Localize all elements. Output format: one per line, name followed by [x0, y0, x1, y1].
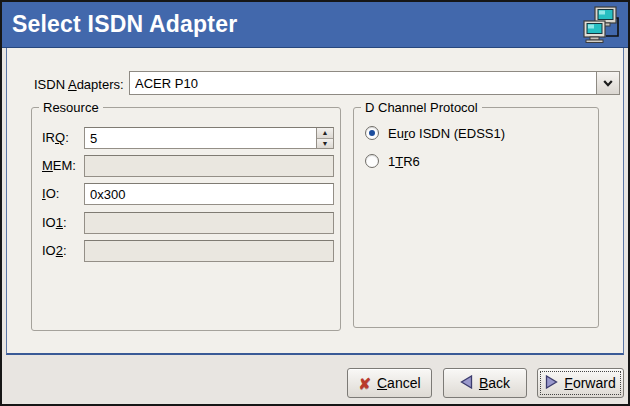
- d-channel-protocol-title: D Channel Protocol: [361, 100, 482, 115]
- back-button[interactable]: Back: [443, 368, 527, 398]
- irq-spinbutton[interactable]: ▲ ▼: [84, 127, 334, 149]
- irq-input[interactable]: [85, 128, 316, 148]
- back-button-label: Back: [479, 375, 510, 391]
- resource-group: Resource IRQ: ▲ ▼ MEM: IO:: [31, 107, 341, 331]
- forward-button[interactable]: Forward: [537, 368, 624, 398]
- io1-row: IO1:: [32, 212, 340, 234]
- radio-euro-isdn[interactable]: Euro ISDN (EDSS1): [365, 125, 505, 141]
- io1-entry: [84, 212, 334, 234]
- forward-button-label: Forward: [564, 375, 615, 391]
- radio-1tr6-label: 1TR6: [388, 154, 420, 169]
- cancel-button-label: Cancel: [377, 375, 421, 391]
- isdn-adapter-combobox-value[interactable]: [130, 72, 596, 94]
- chevron-down-icon[interactable]: [596, 72, 619, 94]
- io2-label: IO2:: [42, 243, 67, 258]
- cancel-x-icon: ✘: [358, 376, 371, 391]
- irq-spinner: ▲ ▼: [316, 128, 333, 148]
- io1-label: IO1:: [42, 215, 67, 230]
- dialog-content: ISDN Adapters: Resource IRQ: ▲ ▼: [6, 48, 624, 355]
- io-row: IO:: [32, 183, 340, 205]
- io-label: IO:: [42, 186, 59, 201]
- radio-euro-isdn-label: Euro ISDN (EDSS1): [388, 126, 505, 141]
- mem-entry: [84, 155, 334, 177]
- select-isdn-adapter-dialog: Select ISDN Adapter: [0, 0, 630, 406]
- io-entry[interactable]: [84, 183, 334, 205]
- dialog-header: Select ISDN Adapter: [2, 2, 628, 48]
- arrow-right-icon: [545, 375, 558, 392]
- io2-entry: [84, 240, 334, 262]
- mem-label: MEM:: [42, 158, 76, 173]
- spin-down-icon[interactable]: ▼: [317, 139, 333, 149]
- radio-1tr6[interactable]: 1TR6: [365, 153, 420, 169]
- arrow-left-icon: [460, 375, 473, 392]
- radio-button-icon[interactable]: [365, 126, 379, 140]
- radio-button-icon[interactable]: [365, 154, 379, 168]
- io-input[interactable]: [85, 184, 333, 204]
- page-title: Select ISDN Adapter: [2, 11, 237, 38]
- irq-row: IRQ: ▲ ▼: [32, 127, 340, 149]
- spin-up-icon[interactable]: ▲: [317, 128, 333, 139]
- irq-label: IRQ:: [42, 130, 69, 145]
- mem-row: MEM:: [32, 155, 340, 177]
- isdn-adapters-label: ISDN Adapters:: [34, 77, 124, 92]
- network-computers-icon: [581, 5, 621, 50]
- io2-row: IO2:: [32, 240, 340, 262]
- d-channel-protocol-group: D Channel Protocol Euro ISDN (EDSS1) 1TR…: [353, 107, 599, 328]
- cancel-button[interactable]: ✘ Cancel: [347, 368, 432, 398]
- resource-group-title: Resource: [39, 100, 103, 115]
- isdn-adapter-combobox[interactable]: [129, 71, 620, 95]
